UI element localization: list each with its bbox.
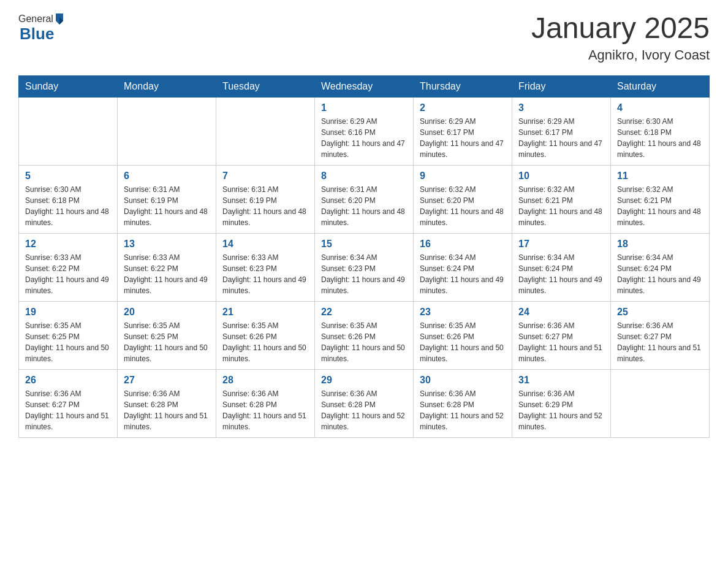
day-info: Sunrise: 6:36 AM Sunset: 6:28 PM Dayligh… bbox=[124, 388, 210, 432]
day-number: 15 bbox=[321, 239, 407, 250]
day-info: Sunrise: 6:34 AM Sunset: 6:24 PM Dayligh… bbox=[420, 252, 506, 296]
day-number: 29 bbox=[321, 375, 407, 386]
day-info: Sunrise: 6:36 AM Sunset: 6:28 PM Dayligh… bbox=[420, 388, 506, 432]
day-info: Sunrise: 6:32 AM Sunset: 6:21 PM Dayligh… bbox=[617, 184, 703, 228]
day-number: 17 bbox=[518, 239, 604, 250]
day-info: Sunrise: 6:36 AM Sunset: 6:27 PM Dayligh… bbox=[617, 320, 703, 364]
day-number: 5 bbox=[25, 170, 111, 182]
day-number: 31 bbox=[518, 375, 604, 386]
calendar-cell bbox=[118, 97, 216, 165]
day-info: Sunrise: 6:31 AM Sunset: 6:20 PM Dayligh… bbox=[321, 184, 407, 228]
day-info: Sunrise: 6:36 AM Sunset: 6:28 PM Dayligh… bbox=[222, 388, 308, 432]
day-number: 27 bbox=[124, 375, 210, 386]
calendar-cell: 21Sunrise: 6:35 AM Sunset: 6:26 PM Dayli… bbox=[216, 301, 315, 369]
day-number: 2 bbox=[420, 102, 506, 113]
day-info: Sunrise: 6:29 AM Sunset: 6:16 PM Dayligh… bbox=[321, 116, 407, 160]
day-number: 21 bbox=[222, 307, 308, 318]
header-day-friday: Friday bbox=[512, 75, 611, 97]
calendar-cell: 8Sunrise: 6:31 AM Sunset: 6:20 PM Daylig… bbox=[315, 165, 414, 233]
header-day-tuesday: Tuesday bbox=[216, 75, 315, 97]
calendar-cell bbox=[611, 369, 710, 437]
day-info: Sunrise: 6:31 AM Sunset: 6:19 PM Dayligh… bbox=[124, 184, 210, 228]
day-number: 9 bbox=[420, 170, 506, 182]
logo: General Blue bbox=[18, 12, 66, 44]
day-number: 1 bbox=[321, 102, 407, 113]
day-number: 16 bbox=[420, 239, 506, 250]
day-number: 4 bbox=[617, 102, 703, 113]
calendar-cell: 17Sunrise: 6:34 AM Sunset: 6:24 PM Dayli… bbox=[512, 233, 611, 301]
calendar-cell: 18Sunrise: 6:34 AM Sunset: 6:24 PM Dayli… bbox=[611, 233, 710, 301]
calendar-cell: 9Sunrise: 6:32 AM Sunset: 6:20 PM Daylig… bbox=[414, 165, 512, 233]
header-day-wednesday: Wednesday bbox=[315, 75, 414, 97]
calendar-cell: 25Sunrise: 6:36 AM Sunset: 6:27 PM Dayli… bbox=[611, 301, 710, 369]
day-info: Sunrise: 6:35 AM Sunset: 6:26 PM Dayligh… bbox=[222, 320, 308, 364]
calendar-cell: 16Sunrise: 6:34 AM Sunset: 6:24 PM Dayli… bbox=[414, 233, 512, 301]
day-info: Sunrise: 6:29 AM Sunset: 6:17 PM Dayligh… bbox=[420, 116, 506, 160]
day-info: Sunrise: 6:36 AM Sunset: 6:27 PM Dayligh… bbox=[518, 320, 604, 364]
calendar-cell: 24Sunrise: 6:36 AM Sunset: 6:27 PM Dayli… bbox=[512, 301, 611, 369]
day-info: Sunrise: 6:35 AM Sunset: 6:25 PM Dayligh… bbox=[25, 320, 111, 364]
header-day-sunday: Sunday bbox=[19, 75, 118, 97]
day-info: Sunrise: 6:30 AM Sunset: 6:18 PM Dayligh… bbox=[25, 184, 111, 228]
calendar-cell: 3Sunrise: 6:29 AM Sunset: 6:17 PM Daylig… bbox=[512, 97, 611, 165]
day-info: Sunrise: 6:30 AM Sunset: 6:18 PM Dayligh… bbox=[617, 116, 703, 160]
page-title: January 2025 bbox=[531, 12, 710, 45]
day-number: 18 bbox=[617, 239, 703, 250]
day-number: 8 bbox=[321, 170, 407, 182]
day-info: Sunrise: 6:33 AM Sunset: 6:22 PM Dayligh… bbox=[25, 252, 111, 296]
calendar-cell: 4Sunrise: 6:30 AM Sunset: 6:18 PM Daylig… bbox=[611, 97, 710, 165]
day-info: Sunrise: 6:36 AM Sunset: 6:28 PM Dayligh… bbox=[321, 388, 407, 432]
day-info: Sunrise: 6:36 AM Sunset: 6:27 PM Dayligh… bbox=[25, 388, 111, 432]
calendar-cell: 23Sunrise: 6:35 AM Sunset: 6:26 PM Dayli… bbox=[414, 301, 512, 369]
calendar-cell: 7Sunrise: 6:31 AM Sunset: 6:19 PM Daylig… bbox=[216, 165, 315, 233]
calendar-cell: 10Sunrise: 6:32 AM Sunset: 6:21 PM Dayli… bbox=[512, 165, 611, 233]
calendar-cell bbox=[19, 97, 118, 165]
day-number: 20 bbox=[124, 307, 210, 318]
day-info: Sunrise: 6:34 AM Sunset: 6:23 PM Dayligh… bbox=[321, 252, 407, 296]
calendar-cell: 12Sunrise: 6:33 AM Sunset: 6:22 PM Dayli… bbox=[19, 233, 118, 301]
day-number: 3 bbox=[518, 102, 604, 113]
header-day-monday: Monday bbox=[118, 75, 216, 97]
title-section: January 2025 Agnikro, Ivory Coast bbox=[531, 12, 710, 63]
header-day-thursday: Thursday bbox=[414, 75, 512, 97]
day-number: 30 bbox=[420, 375, 506, 386]
calendar-cell bbox=[216, 97, 315, 165]
page-header: General Blue January 2025 Agnikro, Ivory… bbox=[18, 12, 710, 63]
day-info: Sunrise: 6:35 AM Sunset: 6:26 PM Dayligh… bbox=[321, 320, 407, 364]
day-info: Sunrise: 6:33 AM Sunset: 6:23 PM Dayligh… bbox=[222, 252, 308, 296]
calendar-cell: 22Sunrise: 6:35 AM Sunset: 6:26 PM Dayli… bbox=[315, 301, 414, 369]
week-row-1: 1Sunrise: 6:29 AM Sunset: 6:16 PM Daylig… bbox=[19, 97, 710, 165]
header-row: SundayMondayTuesdayWednesdayThursdayFrid… bbox=[19, 75, 710, 97]
calendar-cell: 1Sunrise: 6:29 AM Sunset: 6:16 PM Daylig… bbox=[315, 97, 414, 165]
week-row-5: 26Sunrise: 6:36 AM Sunset: 6:27 PM Dayli… bbox=[19, 369, 710, 437]
calendar-cell: 5Sunrise: 6:30 AM Sunset: 6:18 PM Daylig… bbox=[19, 165, 118, 233]
calendar-cell: 26Sunrise: 6:36 AM Sunset: 6:27 PM Dayli… bbox=[19, 369, 118, 437]
logo-blue-text: Blue bbox=[18, 25, 54, 43]
day-number: 23 bbox=[420, 307, 506, 318]
day-number: 26 bbox=[25, 375, 111, 386]
calendar-cell: 19Sunrise: 6:35 AM Sunset: 6:25 PM Dayli… bbox=[19, 301, 118, 369]
day-info: Sunrise: 6:34 AM Sunset: 6:24 PM Dayligh… bbox=[617, 252, 703, 296]
day-info: Sunrise: 6:34 AM Sunset: 6:24 PM Dayligh… bbox=[518, 252, 604, 296]
week-row-2: 5Sunrise: 6:30 AM Sunset: 6:18 PM Daylig… bbox=[19, 165, 710, 233]
calendar-cell: 27Sunrise: 6:36 AM Sunset: 6:28 PM Dayli… bbox=[118, 369, 216, 437]
day-number: 24 bbox=[518, 307, 604, 318]
day-number: 11 bbox=[617, 170, 703, 182]
week-row-3: 12Sunrise: 6:33 AM Sunset: 6:22 PM Dayli… bbox=[19, 233, 710, 301]
calendar-body: 1Sunrise: 6:29 AM Sunset: 6:16 PM Daylig… bbox=[19, 97, 710, 437]
week-row-4: 19Sunrise: 6:35 AM Sunset: 6:25 PM Dayli… bbox=[19, 301, 710, 369]
calendar-cell: 28Sunrise: 6:36 AM Sunset: 6:28 PM Dayli… bbox=[216, 369, 315, 437]
day-number: 14 bbox=[222, 239, 308, 250]
day-number: 12 bbox=[25, 239, 111, 250]
day-number: 10 bbox=[518, 170, 604, 182]
day-info: Sunrise: 6:35 AM Sunset: 6:25 PM Dayligh… bbox=[124, 320, 210, 364]
day-number: 25 bbox=[617, 307, 703, 318]
day-number: 28 bbox=[222, 375, 308, 386]
calendar-cell: 30Sunrise: 6:36 AM Sunset: 6:28 PM Dayli… bbox=[414, 369, 512, 437]
day-info: Sunrise: 6:36 AM Sunset: 6:29 PM Dayligh… bbox=[518, 388, 604, 432]
logo-arrow-icon bbox=[53, 12, 66, 27]
day-number: 19 bbox=[25, 307, 111, 318]
day-info: Sunrise: 6:32 AM Sunset: 6:20 PM Dayligh… bbox=[420, 184, 506, 228]
day-number: 13 bbox=[124, 239, 210, 250]
day-info: Sunrise: 6:29 AM Sunset: 6:17 PM Dayligh… bbox=[518, 116, 604, 160]
